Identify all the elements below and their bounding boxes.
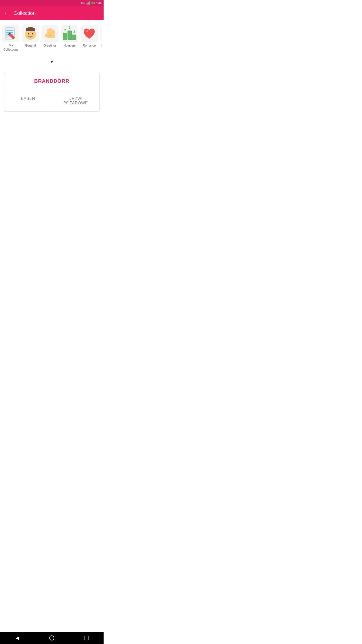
svg-rect-33 [68,31,72,40]
svg-rect-31 [63,33,67,40]
romance-label: Romance [83,44,96,48]
card-translations: BASEN DRZWI POŻAROWE [4,90,99,111]
svg-rect-35 [72,35,76,40]
status-time: 5:44 [96,1,102,5]
svg-rect-30 [45,34,47,37]
svg-rect-5 [94,3,95,4]
emergency-icon [100,25,102,42]
svg-rect-2 [88,2,88,5]
expand-chevron[interactable]: ▾ [51,59,53,65]
translation-right-text: DRZWI POŻAROWE [63,96,88,105]
card-header: BRANDDÖRR [4,72,99,90]
svg-point-24 [33,35,34,36]
card-section: BRANDDÖRR BASEN DRZWI POŻAROWE [0,68,104,116]
status-icons: 4G ⚡ 5:44 [81,1,102,5]
svg-text:2: 2 [64,28,66,32]
translation-right[interactable]: DRZWI POŻAROWE [52,90,100,111]
svg-text:⚡: ⚡ [92,2,93,4]
svg-point-20 [32,33,33,34]
general-label: General [25,44,36,48]
svg-point-23 [32,35,32,36]
network-indicator: 4G [81,2,85,5]
greetings-icon [41,25,59,42]
battery-icon: ⚡ [91,1,95,5]
svg-text:1: 1 [69,26,71,29]
category-item-general[interactable]: General [22,24,39,53]
signal-icon [86,1,90,5]
romance-icon [81,25,98,42]
my-collections-label: My Collections [3,44,19,52]
svg-point-22 [29,35,29,36]
status-bar: 4G ⚡ 5:44 [0,0,104,6]
app-bar: ← Collection [0,6,104,20]
numbers-icon: 2 1 3 [61,25,78,42]
svg-point-21 [27,35,28,36]
translation-left-text: BASEN [21,96,35,101]
svg-rect-3 [89,1,89,5]
svg-text:3: 3 [73,30,75,33]
my-collections-icon [2,25,19,42]
general-icon [22,25,39,42]
category-item-my-collections[interactable]: My Collections [2,24,20,53]
svg-rect-18 [26,29,35,31]
category-scroll: My Collections [2,24,102,55]
svg-point-19 [28,33,29,34]
category-section: My Collections [0,20,104,57]
translation-left[interactable]: BASEN [4,90,52,111]
greetings-label: Greetings [43,44,57,48]
emergency-label: Emergency [101,44,102,48]
category-item-romance[interactable]: Romance [80,24,98,53]
category-item-numbers[interactable]: 2 1 3 Numbers [61,24,78,53]
svg-rect-1 [87,3,87,5]
category-item-emergency[interactable]: Emergency [100,24,102,53]
chevron-row: ▾ [0,57,104,68]
back-button[interactable]: ← [4,10,10,16]
app-bar-title: Collection [14,10,36,16]
word-card: BRANDDÖRR BASEN DRZWI POŻAROWE [4,72,100,112]
category-item-greetings[interactable]: Greetings [41,24,59,53]
card-word[interactable]: BRANDDÖRR [34,78,69,84]
numbers-label: Numbers [64,44,76,48]
svg-rect-0 [86,3,86,5]
